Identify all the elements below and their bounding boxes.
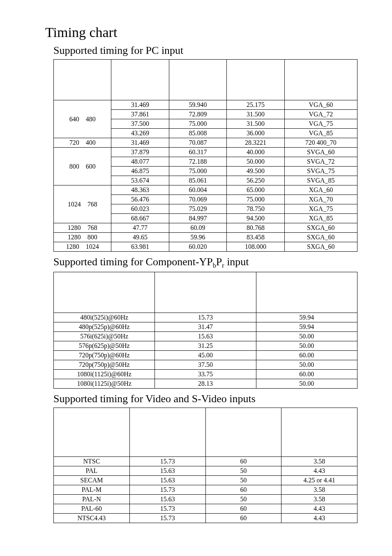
table-cell: 60.317 — [169, 148, 226, 157]
table-cell: 85.061 — [169, 176, 226, 185]
table-cell: 63.981 — [111, 242, 169, 252]
table-cell: 60 — [205, 514, 281, 523]
pc-input-timing-table: 64048031.46959.94025.175VGA_6037.86172.8… — [53, 59, 357, 252]
table-cell: 47.77 — [111, 223, 169, 233]
table-cell: 75.000 — [169, 119, 226, 129]
section-heading: Supported timing for PC input — [53, 44, 367, 57]
table-cell: SXGA_60 — [284, 223, 357, 233]
table-cell: 576p(625p)@50Hz — [54, 341, 155, 351]
table-cell: 45.00 — [155, 351, 256, 360]
table-cell: SVGA_72 — [284, 157, 357, 167]
table-cell: 15.73 — [155, 313, 256, 322]
table-cell: SVGA_60 — [284, 148, 357, 157]
table-cell: 59.94 — [256, 322, 357, 332]
table-row: 480i(525i)@60Hz15.7359.94 — [54, 313, 357, 322]
table-cell: PAL — [54, 466, 130, 476]
table-cell: 37.50 — [155, 360, 256, 370]
table-cell: 720 400_70 — [284, 138, 357, 148]
table-header — [129, 408, 205, 457]
table-row: 1080i(1125i)@60Hz33.7560.00 — [54, 370, 357, 379]
table-cell: XGA_75 — [284, 204, 357, 214]
section-heading: Supported timing for Video and S-Video i… — [53, 393, 367, 405]
table-cell: 60.00 — [256, 370, 357, 379]
table-cell: 3.58 — [281, 457, 357, 466]
table-row: PAL-M15.73603.58 — [54, 485, 357, 495]
table-row: PAL-6015.73604.43 — [54, 504, 357, 514]
table-cell: 40.000 — [227, 148, 284, 157]
table-cell: VGA_72 — [284, 110, 357, 119]
table-cell: 49.65 — [111, 233, 169, 242]
table-header — [54, 60, 111, 100]
table-cell: 37.861 — [111, 110, 169, 119]
table-header — [155, 272, 256, 313]
resolution-cell: 1280800 — [54, 233, 111, 242]
table-cell: 75.029 — [169, 204, 226, 214]
table-cell: VGA_75 — [284, 119, 357, 129]
resolution-cell: 720400 — [54, 138, 111, 148]
table-row: PAL-N15.63503.58 — [54, 495, 357, 504]
table-cell: 78.750 — [227, 204, 284, 214]
table-row: 72040031.46970.08728.3221720 400_70 — [54, 138, 357, 148]
table-cell: 84.997 — [169, 214, 226, 223]
table-cell: 60 — [205, 504, 281, 514]
table-header — [111, 60, 169, 100]
table-cell: 4.43 — [281, 466, 357, 476]
table-cell: XGA_85 — [284, 214, 357, 223]
table-cell: SXGA_60 — [284, 233, 357, 242]
table-cell: 31.500 — [227, 119, 284, 129]
table-cell: 25.175 — [227, 100, 284, 110]
table-row: NTSC4.4315.73604.43 — [54, 514, 357, 523]
table-cell: 50.00 — [256, 332, 357, 341]
table-cell: 48.077 — [111, 157, 169, 167]
table-cell: 50 — [205, 476, 281, 485]
table-row: NTSC15.73603.58 — [54, 457, 357, 466]
table-row: 64048031.46959.94025.175VGA_60 — [54, 100, 357, 110]
table-row: 720p(750p)@50Hz37.5050.00 — [54, 360, 357, 370]
table-cell: 60.00 — [256, 351, 357, 360]
resolution-cell: 1024768 — [54, 185, 111, 223]
table-row: SECAM15.63504.25 or 4.41 — [54, 476, 357, 485]
table-row: 576i(625i)@50Hz15.6350.00 — [54, 332, 357, 341]
table-cell: 72.809 — [169, 110, 226, 119]
table-header — [227, 60, 284, 100]
table-cell: SVGA_85 — [284, 176, 357, 185]
table-cell: 31.47 — [155, 322, 256, 332]
table-cell: 31.469 — [111, 100, 169, 110]
table-cell: 4.25 or 4.41 — [281, 476, 357, 485]
table-cell: 80.768 — [227, 223, 284, 233]
table-header — [169, 60, 226, 100]
table-header — [284, 60, 357, 100]
table-cell: PAL-M — [54, 485, 130, 495]
table-cell: 3.58 — [281, 495, 357, 504]
table-cell: XGA_60 — [284, 185, 357, 195]
table-cell: SXGA_60 — [284, 242, 357, 252]
table-row: 1080i(1125i)@50Hz28.1350.00 — [54, 379, 357, 389]
table-cell: 50 — [205, 466, 281, 476]
table-cell: 60.020 — [169, 242, 226, 252]
resolution-cell: 640480 — [54, 100, 111, 138]
table-cell: 94.500 — [227, 214, 284, 223]
table-cell: PAL-60 — [54, 504, 130, 514]
table-cell: 85.008 — [169, 129, 226, 138]
table-row: 576p(625p)@50Hz31.2550.00 — [54, 341, 357, 351]
table-cell: 59.94 — [256, 313, 357, 322]
table-cell: NTSC — [54, 457, 130, 466]
table-cell: 15.73 — [129, 457, 205, 466]
table-cell: 15.63 — [155, 332, 256, 341]
table-cell: 31.500 — [227, 110, 284, 119]
table-cell: VGA_85 — [284, 129, 357, 138]
table-cell: 43.269 — [111, 129, 169, 138]
table-cell: 15.63 — [129, 495, 205, 504]
table-cell: 65.000 — [227, 185, 284, 195]
table-cell: 15.63 — [129, 466, 205, 476]
table-cell: 46.875 — [111, 167, 169, 176]
table-cell: 4.43 — [281, 514, 357, 523]
table-cell: 28.3221 — [227, 138, 284, 148]
table-row: 480p(525p)@60Hz31.4759.94 — [54, 322, 357, 332]
table-row: 128076847.7760.0980.768SXGA_60 — [54, 223, 357, 233]
table-cell: 37.500 — [111, 119, 169, 129]
page-title: Timing chart — [45, 25, 367, 40]
table-cell: 59.940 — [169, 100, 226, 110]
table-cell: 31.469 — [111, 138, 169, 148]
table-cell: 4.43 — [281, 504, 357, 514]
